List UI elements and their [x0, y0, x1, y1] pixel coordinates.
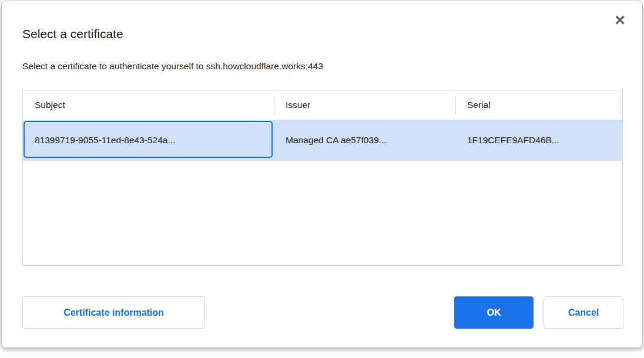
- certificate-row-selected[interactable]: 81399719-9055-11ed-8e43-524a... Managed …: [23, 120, 622, 161]
- scrollbar-gutter: [620, 90, 622, 120]
- column-header-issuer: Issuer: [274, 90, 455, 120]
- certificate-information-button[interactable]: Certificate information: [22, 296, 205, 329]
- ok-button[interactable]: OK: [454, 296, 534, 329]
- dialog-subtitle: Select a certificate to authenticate you…: [22, 61, 323, 72]
- dialog-title: Select a certificate: [22, 27, 123, 41]
- table-header: Subject Issuer Serial: [23, 90, 622, 120]
- column-header-serial: Serial: [455, 90, 620, 120]
- column-header-subject: Subject: [23, 90, 274, 120]
- cell-issuer: Managed CA ae57f039...: [274, 120, 455, 161]
- cell-serial: 1F19CEFE9AFD46B...: [455, 120, 620, 161]
- certificate-table: Subject Issuer Serial 81399719-9055-11ed…: [22, 90, 623, 266]
- certificate-select-dialog: × Select a certificate Select a certific…: [1, 1, 643, 348]
- close-icon: ×: [615, 10, 625, 29]
- cancel-button[interactable]: Cancel: [544, 296, 623, 329]
- close-button[interactable]: ×: [611, 11, 629, 29]
- cell-subject: 81399719-9055-11ed-8e43-524a...: [23, 120, 274, 161]
